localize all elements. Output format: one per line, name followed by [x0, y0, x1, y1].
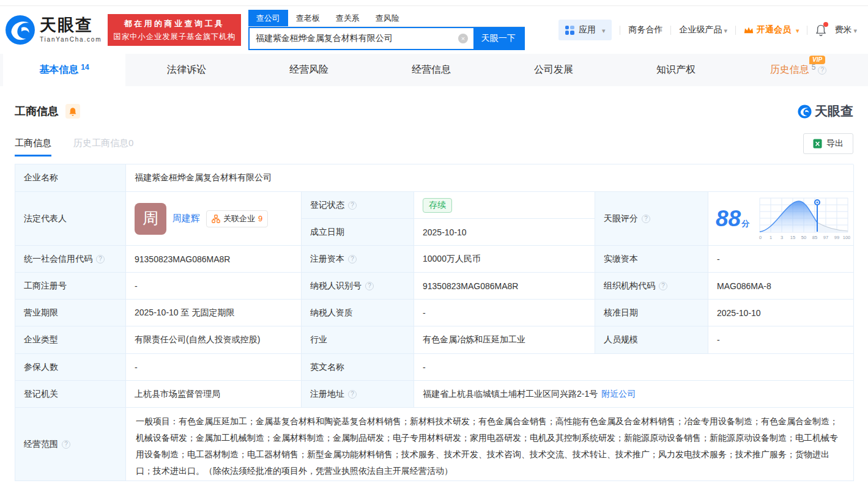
notification-dot	[823, 22, 828, 27]
tab-history-info[interactable]: VIP 历史信息 5	[737, 54, 859, 86]
svg-text:0: 0	[759, 235, 762, 240]
search-area: 查公司 查老板 查关系 查风险 天眼一下	[248, 10, 525, 50]
related-companies-badge[interactable]: 关联企业 9	[206, 210, 268, 227]
insured-label: 参保人数	[15, 354, 126, 381]
monitor-bell-icon[interactable]	[65, 104, 80, 119]
help-icon[interactable]	[365, 282, 374, 290]
company-tabs: 基本信息 14 法律诉讼 经营风险 经营信息 公司发展 知识产权 VIP 历史信…	[0, 54, 868, 86]
help-icon[interactable]	[348, 255, 357, 263]
help-icon[interactable]	[96, 255, 105, 263]
subtabs: 工商信息 历史工商信息0 导出	[15, 133, 853, 156]
nav-enterprise-products[interactable]: 企业级产品	[679, 24, 727, 35]
term-value: 2025-10-10 至 无固定期限	[126, 300, 302, 326]
search-box: 天眼一下	[248, 27, 525, 50]
logo-subtitle: TianYanCha.com	[40, 36, 102, 43]
related-companies-count: 9	[258, 214, 262, 223]
legal-rep-cell: 周 周建辉 关联企业 9	[126, 192, 302, 246]
status-badge: 存续	[423, 198, 452, 213]
apps-menu-button[interactable]: 应用	[558, 20, 612, 40]
svg-text:15: 15	[790, 235, 795, 240]
approval-date-label: 核准日期	[595, 300, 708, 326]
help-icon[interactable]	[348, 201, 357, 210]
subtab-business-info[interactable]: 工商信息	[15, 138, 51, 156]
tab-company-development[interactable]: 公司发展	[492, 54, 615, 86]
scope-label: 经营范围	[15, 408, 126, 481]
uscc-value: 91350823MAG086MA8R	[126, 246, 302, 273]
authority-value: 上杭县市场监督管理局	[126, 381, 302, 408]
search-tab-relation[interactable]: 查关系	[328, 10, 368, 26]
svg-text:85: 85	[812, 235, 817, 240]
promo-banner: 都在用的商业查询工具 国家中小企业发展子基金旗下机构	[108, 14, 241, 46]
help-icon[interactable]	[348, 390, 357, 399]
search-tab-company[interactable]: 查公司	[248, 10, 288, 26]
search-input[interactable]	[250, 28, 458, 49]
notifications-bell-icon[interactable]	[815, 24, 826, 36]
tab-label: 经营信息	[412, 64, 451, 76]
related-companies-label: 关联企业	[223, 213, 255, 224]
promo-line2: 国家中小企业发展子基金旗下机构	[113, 32, 236, 42]
tab-count: 5	[812, 63, 816, 72]
est-date-value: 2025-10-10	[414, 219, 595, 246]
clear-search-icon[interactable]	[458, 34, 468, 43]
help-icon[interactable]	[642, 215, 650, 223]
taxpayer-quality-label: 纳税人资质	[302, 300, 414, 326]
export-button[interactable]: 导出	[803, 133, 853, 154]
tab-operating-info[interactable]: 经营信息	[370, 54, 492, 86]
excel-icon	[813, 139, 822, 149]
tab-legal-litigation[interactable]: 法律诉讼	[125, 54, 248, 86]
help-icon[interactable]	[659, 282, 667, 290]
tab-count: 14	[81, 63, 89, 72]
est-date-label: 成立日期	[302, 219, 414, 246]
tab-operating-risk[interactable]: 经营风险	[248, 54, 370, 86]
tianyan-score-label: 天眼评分	[595, 192, 708, 246]
top-divider	[0, 0, 868, 6]
section-title: 工商信息	[15, 104, 59, 119]
search-tab-boss[interactable]: 查老板	[288, 10, 328, 26]
svg-text:100: 100	[843, 235, 850, 240]
address-text: 福建省上杭县临城镇土埔村工业区同兴路2-1号	[423, 389, 598, 400]
help-icon[interactable]	[62, 440, 70, 449]
org-network-icon	[212, 215, 220, 223]
svg-text:99: 99	[834, 235, 839, 240]
search-tab-risk[interactable]: 查风险	[368, 10, 407, 26]
tab-label: 经营风险	[289, 64, 328, 76]
divider	[620, 26, 620, 35]
org-code-label: 组织机构代码	[595, 273, 708, 300]
tab-label: 知识产权	[656, 64, 696, 76]
user-menu[interactable]: 费米	[834, 24, 857, 35]
industry-value: 有色金属冶炼和压延加工业	[414, 326, 595, 354]
approval-date-value: 2025-10-10	[708, 300, 854, 326]
apps-grid-icon	[565, 26, 574, 35]
english-name-label: 英文名称	[302, 354, 414, 381]
site-logo[interactable]: 天眼查 TianYanCha.com	[5, 15, 102, 45]
nav-business-cooperation[interactable]: 商务合作	[628, 24, 662, 35]
tianyan-score-cell[interactable]: 88分 0 1 3 15	[708, 192, 854, 246]
paid-capital-value: -	[708, 246, 854, 273]
nav-open-vip[interactable]: 开通会员	[744, 24, 799, 35]
company-name-label: 企业名称	[15, 164, 126, 192]
tianyancha-watermark: 天眼查	[798, 103, 853, 120]
vip-label: 开通会员	[757, 24, 791, 35]
site-header: 天眼查 TianYanCha.com 都在用的商业查询工具 国家中小企业发展子基…	[0, 6, 868, 54]
header-nav: 应用 商务合作 企业级产品 开通会员 费米	[558, 20, 857, 40]
divider	[670, 26, 671, 35]
english-name-value: -	[414, 354, 854, 381]
address-label: 注册地址	[302, 381, 414, 408]
nearby-companies-link[interactable]: 附近公司	[601, 389, 636, 400]
legal-rep-avatar[interactable]: 周	[135, 203, 166, 235]
reg-no-value: -	[126, 273, 302, 300]
taxpayer-id-value: 91350823MAG086MA8R	[414, 273, 595, 300]
chevron-down-icon	[600, 25, 606, 35]
reg-capital-label: 注册资本	[302, 246, 414, 273]
legal-rep-name-link[interactable]: 周建辉	[172, 213, 200, 224]
search-button[interactable]: 天眼一下	[473, 28, 524, 49]
tab-label: 基本信息	[39, 64, 78, 76]
section-header: 工商信息 天眼查	[15, 103, 853, 120]
logo-title: 天眼查	[40, 17, 102, 34]
tab-intellectual-property[interactable]: 知识产权	[615, 54, 737, 86]
staff-size-value: -	[708, 326, 854, 354]
help-icon[interactable]	[818, 66, 826, 75]
tab-basic-info[interactable]: 基本信息 14	[3, 54, 125, 86]
subtab-history-business-info[interactable]: 历史工商信息0	[73, 138, 133, 156]
apps-label: 应用	[579, 24, 596, 35]
